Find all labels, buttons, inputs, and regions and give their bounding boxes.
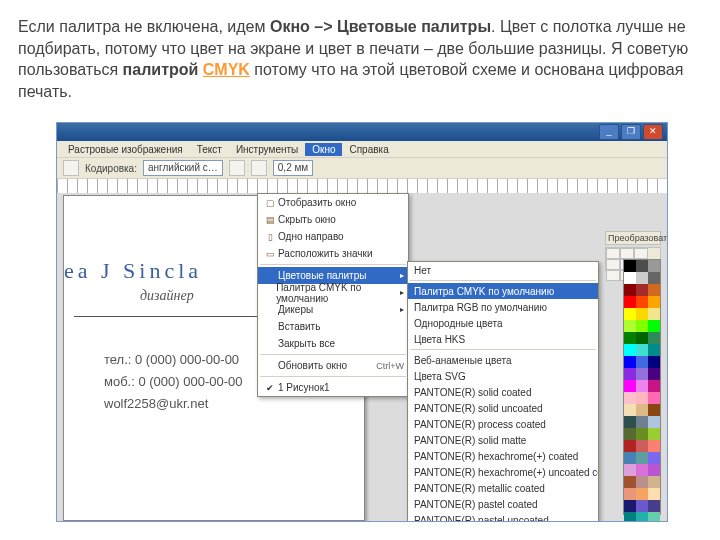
- color-swatch[interactable]: [624, 500, 636, 512]
- color-swatch[interactable]: [636, 308, 648, 320]
- color-swatch[interactable]: [624, 272, 636, 284]
- menu-item[interactable]: Окно: [305, 143, 342, 156]
- palette-menu-item[interactable]: Цвета SVG: [408, 368, 598, 384]
- color-swatch[interactable]: [636, 500, 648, 512]
- tool-icon[interactable]: [606, 270, 620, 281]
- color-swatch[interactable]: [624, 440, 636, 452]
- color-swatch[interactable]: [648, 308, 660, 320]
- color-swatch[interactable]: [624, 344, 636, 356]
- palette-menu-item[interactable]: Цвета HKS: [408, 331, 598, 347]
- menu-item[interactable]: Закрыть все: [258, 335, 408, 352]
- color-swatch[interactable]: [636, 356, 648, 368]
- palette-menu-item[interactable]: PANTONE(R) solid coated: [408, 384, 598, 400]
- color-swatch[interactable]: [636, 332, 648, 344]
- color-palettes-submenu[interactable]: НетПалитра CMYK по умолчаниюПалитра RGB …: [407, 261, 599, 522]
- color-swatch[interactable]: [648, 476, 660, 488]
- palette-menu-item[interactable]: PANTONE(R) solid uncoated: [408, 400, 598, 416]
- minimize-button[interactable]: _: [599, 124, 619, 140]
- palette-menu-item[interactable]: Палитра RGB по умолчанию: [408, 299, 598, 315]
- color-swatch[interactable]: [636, 512, 648, 522]
- color-swatch[interactable]: [636, 320, 648, 332]
- menu-item[interactable]: ▭Расположить значки: [258, 245, 408, 262]
- color-swatch[interactable]: [624, 332, 636, 344]
- color-swatch[interactable]: [636, 488, 648, 500]
- color-swatch[interactable]: [648, 452, 660, 464]
- color-swatch[interactable]: [636, 368, 648, 380]
- color-swatch[interactable]: [636, 440, 648, 452]
- tool-icon[interactable]: [63, 160, 79, 176]
- color-swatch[interactable]: [624, 464, 636, 476]
- color-swatch[interactable]: [624, 296, 636, 308]
- palette-menu-item[interactable]: PANTONE(R) process coated: [408, 416, 598, 432]
- color-swatch[interactable]: [648, 488, 660, 500]
- tool-icon[interactable]: [606, 248, 620, 259]
- color-swatch[interactable]: [648, 296, 660, 308]
- color-swatch[interactable]: [624, 404, 636, 416]
- color-swatch[interactable]: [624, 284, 636, 296]
- menu-item[interactable]: Вставить: [258, 318, 408, 335]
- menu-item[interactable]: ▢Отобразить окно: [258, 194, 408, 211]
- tool-icon[interactable]: [620, 248, 634, 259]
- palette-menu-item[interactable]: Палитра CMYK по умолчанию: [408, 283, 598, 299]
- maximize-button[interactable]: ❐: [621, 124, 641, 140]
- palette-menu-item[interactable]: PANTONE(R) metallic coated: [408, 480, 598, 496]
- close-button[interactable]: ✕: [643, 124, 663, 140]
- color-swatch[interactable]: [636, 392, 648, 404]
- menu-item[interactable]: Дикеры▸: [258, 301, 408, 318]
- color-swatch[interactable]: [624, 308, 636, 320]
- color-swatch[interactable]: [624, 260, 636, 272]
- palette-menu-item[interactable]: PANTONE(R) solid matte: [408, 432, 598, 448]
- color-swatch[interactable]: [636, 404, 648, 416]
- color-swatch[interactable]: [648, 500, 660, 512]
- color-swatch[interactable]: [624, 476, 636, 488]
- color-swatch[interactable]: [648, 440, 660, 452]
- palette-menu-item[interactable]: Нет: [408, 262, 598, 278]
- color-swatch[interactable]: [648, 344, 660, 356]
- palette-menu-item[interactable]: PANTONE(R) hexachrome(+) uncoated color: [408, 464, 598, 480]
- tool-icon[interactable]: [634, 248, 648, 259]
- color-swatch[interactable]: [648, 320, 660, 332]
- palette-menu-item[interactable]: Однородные цвета: [408, 315, 598, 331]
- color-swatch[interactable]: [648, 284, 660, 296]
- color-swatch[interactable]: [636, 296, 648, 308]
- color-swatch[interactable]: [648, 404, 660, 416]
- color-swatch[interactable]: [636, 284, 648, 296]
- color-swatch[interactable]: [648, 332, 660, 344]
- color-swatch[interactable]: [648, 368, 660, 380]
- color-swatch[interactable]: [624, 512, 636, 522]
- menu-item[interactable]: Растровые изображения: [61, 143, 190, 156]
- palette-menu-item[interactable]: PANTONE(R) pastel coated: [408, 496, 598, 512]
- menu-item[interactable]: Палитра СМYK по умолчанию▸: [258, 284, 408, 301]
- color-swatch[interactable]: [636, 464, 648, 476]
- color-swatch[interactable]: [636, 344, 648, 356]
- color-swatch[interactable]: [648, 392, 660, 404]
- tool-icon[interactable]: [229, 160, 245, 176]
- tool-icon[interactable]: [606, 259, 620, 270]
- color-swatch[interactable]: [636, 428, 648, 440]
- color-swatch[interactable]: [648, 272, 660, 284]
- window-menu-dropdown[interactable]: ▢Отобразить окно▤Скрыть окно▯Одно направ…: [257, 193, 409, 397]
- color-swatch[interactable]: [636, 452, 648, 464]
- color-swatch[interactable]: [624, 428, 636, 440]
- color-swatch[interactable]: [624, 416, 636, 428]
- menu-item[interactable]: Справка: [342, 143, 395, 156]
- menu-item[interactable]: ▯Одно направо: [258, 228, 408, 245]
- tool-icon[interactable]: [251, 160, 267, 176]
- palette-menu-item[interactable]: Веб-анаменые цвета: [408, 352, 598, 368]
- menu-item[interactable]: Инструменты: [229, 143, 305, 156]
- color-swatch[interactable]: [624, 452, 636, 464]
- color-swatch[interactable]: [624, 368, 636, 380]
- color-swatch[interactable]: [624, 356, 636, 368]
- color-swatch[interactable]: [648, 428, 660, 440]
- color-swatch[interactable]: [648, 380, 660, 392]
- color-swatch[interactable]: [648, 416, 660, 428]
- color-swatch[interactable]: [636, 260, 648, 272]
- encoding-select[interactable]: английский с…: [143, 160, 223, 176]
- outline-width-select[interactable]: 0,2 мм: [273, 160, 313, 176]
- color-swatch[interactable]: [636, 272, 648, 284]
- color-swatch[interactable]: [648, 260, 660, 272]
- color-swatch[interactable]: [636, 380, 648, 392]
- palette-menu-item[interactable]: PANTONE(R) pastel uncoated: [408, 512, 598, 522]
- menu-item[interactable]: Обновить окноCtrl+W: [258, 357, 408, 374]
- color-swatch[interactable]: [648, 512, 660, 522]
